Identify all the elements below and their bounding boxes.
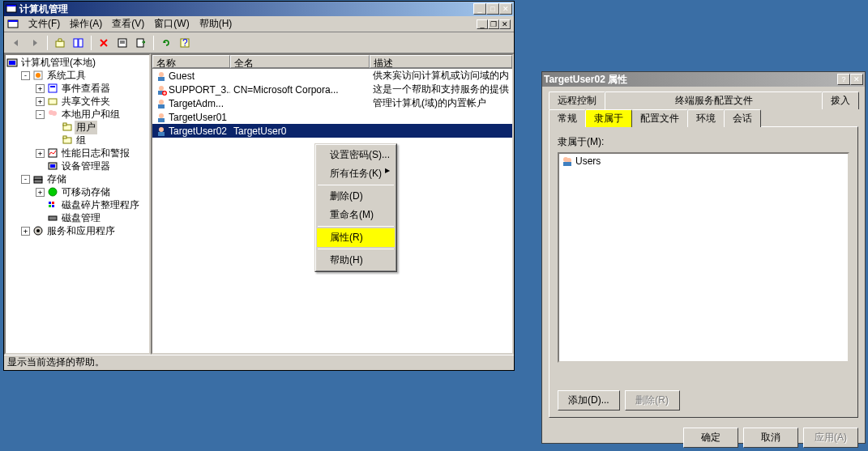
close-button[interactable]: ✕ — [499, 3, 512, 15]
up-button[interactable] — [51, 34, 69, 52]
tree-root[interactable]: 计算机管理(本地) — [6, 56, 148, 69]
dialog-titlebar[interactable]: TargetUser02 属性 ? ✕ — [542, 72, 865, 87]
svg-rect-33 — [52, 202, 54, 204]
add-button[interactable]: 添加(D)... — [558, 390, 620, 411]
tree-groups[interactable]: 组 — [6, 134, 148, 147]
mdi-close-button[interactable]: ✕ — [499, 19, 511, 29]
list-row[interactable]: TargetUser02 TargetUser0 — [152, 124, 512, 138]
menu-window[interactable]: 窗口(W) — [149, 15, 194, 32]
remove-button[interactable]: 删除(R) — [625, 390, 680, 411]
svg-point-46 — [159, 113, 164, 118]
tree-panel[interactable]: 计算机管理(本地) -系统工具 +事件查看器 +共享文件夹 -本地用户和组 用户… — [4, 53, 151, 355]
tree-defrag[interactable]: 磁盘碎片整理程序 — [6, 198, 148, 211]
tree-shared[interactable]: +共享文件夹 — [6, 95, 148, 108]
tab-session[interactable]: 会话 — [724, 109, 761, 127]
svg-rect-35 — [52, 205, 54, 207]
tree-diskmgr[interactable]: 磁盘管理 — [6, 211, 148, 224]
expand-icon[interactable]: + — [36, 84, 45, 93]
user-icon — [156, 70, 167, 82]
cm-rename[interactable]: 重命名(M) — [317, 206, 395, 224]
export-button[interactable] — [132, 34, 150, 52]
svg-rect-19 — [49, 99, 57, 104]
tab-env[interactable]: 环境 — [687, 109, 725, 127]
svg-text:?: ? — [182, 37, 188, 49]
menubar: 文件(F) 操作(A) 查看(V) 窗口(W) 帮助(H) _ ❐ ✕ — [4, 16, 514, 32]
svg-rect-4 — [56, 41, 64, 47]
tab-remote[interactable]: 远程控制 — [549, 91, 605, 109]
back-button[interactable] — [7, 34, 25, 52]
expand-icon[interactable]: + — [21, 227, 30, 236]
cm-set-password[interactable]: 设置密码(S)... — [317, 146, 395, 164]
cm-help[interactable]: 帮助(H) — [317, 251, 395, 270]
svg-rect-14 — [9, 61, 15, 65]
tree-devmgr[interactable]: 设备管理器 — [6, 160, 148, 172]
minimize-button[interactable]: _ — [473, 3, 486, 15]
apply-button[interactable]: 应用(A) — [803, 428, 858, 448]
menu-view[interactable]: 查看(V) — [107, 15, 149, 32]
svg-point-38 — [36, 229, 40, 232]
listbox-item[interactable]: Users — [560, 155, 847, 168]
tree-perflogs[interactable]: +性能日志和警报 — [6, 147, 148, 160]
delete-button[interactable] — [95, 34, 113, 52]
svg-rect-36 — [49, 216, 57, 220]
svg-rect-5 — [74, 39, 78, 47]
tree-users[interactable]: 用户 — [6, 121, 148, 134]
forward-button[interactable] — [26, 34, 44, 52]
mdi-icon[interactable] — [7, 19, 19, 30]
mdi-minimize-button[interactable]: _ — [477, 19, 488, 29]
mdi-restore-button[interactable]: ❐ — [488, 19, 499, 29]
tab-memberof[interactable]: 隶属于 — [585, 109, 632, 127]
svg-rect-47 — [158, 118, 165, 122]
tab-content: 隶属于(M): Users 添加(D)... 删除(R) — [549, 126, 858, 418]
list-row[interactable]: TargetAdm... 管理计算机(域)的内置帐户 — [152, 96, 512, 110]
tree-localusers[interactable]: -本地用户和组 — [6, 108, 148, 121]
refresh-button[interactable] — [157, 34, 175, 52]
cancel-button[interactable]: 取消 — [743, 428, 798, 448]
svg-rect-29 — [34, 177, 42, 180]
status-text: 显示当前选择的帮助。 — [7, 355, 105, 369]
tab-dialin[interactable]: 拨入 — [822, 91, 859, 109]
titlebar[interactable]: 计算机管理 _ □ ✕ — [4, 2, 514, 16]
list-row[interactable]: TargetUser01 — [152, 110, 512, 124]
tree-eventviewer[interactable]: +事件查看器 — [6, 82, 148, 95]
window-title: 计算机管理 — [19, 2, 473, 16]
svg-rect-28 — [50, 164, 55, 168]
dialog-title: TargetUser02 属性 — [544, 73, 837, 87]
computer-management-window: 计算机管理 _ □ ✕ 文件(F) 操作(A) 查看(V) 窗口(W) 帮助(H… — [3, 1, 515, 371]
tree-systools[interactable]: -系统工具 — [6, 69, 148, 82]
column-name[interactable]: 名称 — [152, 55, 230, 68]
cm-all-tasks[interactable]: 所有任务(K)▶ — [317, 164, 395, 183]
tree-storage[interactable]: -存储 — [6, 172, 148, 185]
memberof-listbox[interactable]: Users — [558, 152, 849, 363]
menu-action[interactable]: 操作(A) — [65, 15, 107, 32]
svg-rect-40 — [158, 77, 165, 81]
menu-file[interactable]: 文件(F) — [24, 15, 65, 32]
collapse-icon[interactable]: - — [36, 110, 45, 119]
expand-icon[interactable]: + — [36, 188, 45, 197]
expand-icon[interactable]: + — [36, 97, 45, 106]
tree-services[interactable]: +服务和应用程序 — [6, 224, 148, 237]
column-desc[interactable]: 描述 — [370, 55, 512, 68]
help-button[interactable]: ? — [176, 34, 194, 52]
tab-profile[interactable]: 配置文件 — [631, 109, 688, 127]
tab-tsprofile[interactable]: 终端服务配置文件 — [605, 91, 823, 109]
tab-general[interactable]: 常规 — [549, 109, 586, 127]
list-row[interactable]: Guest 供来宾访问计算机或访问域的内 — [152, 69, 512, 83]
svg-rect-3 — [8, 20, 18, 22]
maximize-button[interactable]: □ — [486, 3, 499, 15]
cm-properties[interactable]: 属性(R) — [317, 228, 395, 247]
help-button[interactable]: ? — [837, 74, 850, 85]
app-icon — [6, 3, 17, 15]
column-fullname[interactable]: 全名 — [230, 55, 370, 68]
close-button[interactable]: ✕ — [850, 74, 863, 85]
expand-icon[interactable]: + — [36, 149, 45, 158]
cm-delete[interactable]: 删除(D) — [317, 187, 395, 206]
menu-help[interactable]: 帮助(H) — [195, 15, 237, 32]
list-row[interactable]: SUPPORT_3... CN=Microsoft Corpora... 这是一… — [152, 83, 512, 96]
ok-button[interactable]: 确定 — [683, 428, 738, 448]
properties-button[interactable] — [113, 34, 131, 52]
tree-removable[interactable]: +可移动存储 — [6, 185, 148, 198]
collapse-icon[interactable]: - — [21, 175, 30, 184]
collapse-icon[interactable]: - — [21, 71, 30, 80]
show-hide-button[interactable] — [70, 34, 88, 52]
